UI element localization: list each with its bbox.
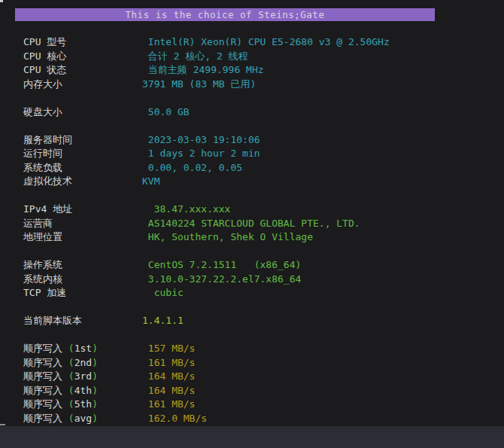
banner: This is the choice of Steins;Gate	[15, 8, 435, 21]
paren-open: (	[68, 343, 74, 354]
info-row: 顺序写入 (1st) 157 MB/s	[18, 342, 504, 356]
row-label: 当前脚本版本	[18, 314, 142, 328]
row-label: CPU 核心	[18, 50, 142, 64]
info-row: 顺序写入 (3rd) 164 MB/s	[18, 370, 504, 384]
paren-close: )	[92, 343, 98, 354]
disk-pass-ordinal: 5th	[74, 398, 92, 410]
disk-pass-ordinal: 2nd	[74, 357, 92, 368]
info-row: CPU 状态 当前主频 2499.996 MHz	[18, 63, 504, 78]
info-row: 运行时间 1 days 2 hour 2 min	[18, 147, 504, 161]
info-row: 顺序写入 (2nd) 161 MB/s	[18, 356, 504, 370]
paren-close: )	[92, 413, 98, 424]
info-row: 系统内核 3.10.0-327.22.2.el7.x86_64	[18, 273, 504, 287]
blank-row	[18, 245, 504, 259]
row-value: 1.4.1.1	[142, 315, 184, 326]
row-label: 硬盘大小	[18, 105, 142, 120]
shell-prompt[interactable]: [root@cloud-rqvynm-7r3z ~]#	[0, 426, 504, 448]
blank-row	[18, 91, 504, 105]
row-value: 164 MB/s	[142, 370, 195, 382]
row-label: 操作系统	[18, 258, 142, 273]
row-label: 服务器时间	[18, 133, 142, 148]
paren-open: (	[68, 413, 74, 424]
info-row: 顺序写入 (5th) 161 MB/s	[18, 398, 504, 412]
disk-pass-ordinal: 1st	[74, 343, 92, 354]
blank-row	[18, 328, 504, 343]
row-value: 1 days 2 hour 2 min	[142, 148, 260, 159]
blank-row	[18, 300, 504, 315]
row-label: CPU 状态	[18, 63, 142, 78]
info-row: 运营商 AS140224 STARCLOUD GLOBAL PTE., LTD.	[18, 217, 504, 231]
row-value: 161 MB/s	[142, 357, 195, 368]
info-row: 虚拟化技术KVM	[18, 175, 504, 189]
paren-open: (	[68, 398, 74, 410]
row-value: 2023-03-03 19:10:06	[142, 134, 260, 145]
row-value: 162.0 MB/s	[142, 413, 207, 424]
info-row: 顺序写入 (avg) 162.0 MB/s	[18, 412, 504, 426]
row-label: IPv4 地址	[18, 203, 142, 217]
row-label: 地理位置	[18, 230, 142, 245]
info-row: CPU 核心 合计 2 核心, 2 线程	[18, 50, 504, 64]
banner-title: This is the choice of Steins;Gate	[126, 9, 325, 20]
paren-open: (	[68, 370, 74, 382]
disk-pass-ordinal: avg	[74, 413, 92, 424]
info-row: IPv4 地址 38.47.xxx.xxx	[18, 203, 504, 217]
row-label: 系统负载	[18, 161, 142, 175]
info-row: 操作系统 CentOS 7.2.1511 (x86_64)	[18, 258, 504, 273]
system-info-output: CPU 型号 Intel(R) Xeon(R) CPU E5-2680 v3 @…	[18, 35, 504, 425]
paren-close: )	[92, 357, 98, 368]
row-value: 38.47.xxx.xxx	[142, 203, 230, 215]
info-row: 系统负载 0.00, 0.02, 0.05	[18, 161, 504, 175]
row-value: 合计 2 核心, 2 线程	[142, 50, 248, 62]
row-value: 当前主频 2499.996 MHz	[142, 64, 264, 75]
row-label: 顺序写入 (5th)	[18, 398, 142, 412]
blank-row	[18, 119, 504, 133]
row-value: Intel(R) Xeon(R) CPU E5-2680 v3 @ 2.50GH…	[142, 36, 390, 47]
row-label: 内存大小	[18, 78, 142, 92]
row-value: 164 MB/s	[142, 385, 195, 396]
disk-pass-ordinal: 3rd	[74, 370, 92, 382]
row-value: KVM	[142, 175, 159, 187]
info-row: TCP 加速 cubic	[18, 286, 504, 300]
row-value: 0.00, 0.02, 0.05	[142, 162, 242, 173]
row-value: 157 MB/s	[142, 343, 195, 354]
row-value: 161 MB/s	[142, 398, 195, 410]
row-label: 系统内核	[18, 273, 142, 287]
info-row: 服务器时间 2023-03-03 19:10:06	[18, 133, 504, 148]
info-row: 地理位置 HK, Southern, Shek O Village	[18, 230, 504, 245]
row-value: 3791 MB (83 MB 已用)	[142, 78, 256, 90]
row-label: TCP 加速	[18, 286, 142, 300]
row-label: 顺序写入 (3rd)	[18, 370, 142, 384]
disk-pass-ordinal: 4th	[74, 385, 92, 396]
blank-row	[18, 189, 504, 203]
row-value: AS140224 STARCLOUD GLOBAL PTE., LTD.	[142, 218, 360, 229]
info-row: CPU 型号 Intel(R) Xeon(R) CPU E5-2680 v3 @…	[18, 35, 504, 50]
info-row: 当前脚本版本1.4.1.1	[18, 314, 504, 328]
row-value: cubic	[142, 287, 184, 298]
info-row: 内存大小3791 MB (83 MB 已用)	[18, 78, 504, 92]
terminal-window: This is the choice of Steins;Gate CPU 型号…	[0, 0, 504, 448]
info-row: 顺序写入 (4th) 164 MB/s	[18, 384, 504, 398]
paren-open: (	[68, 357, 74, 368]
row-label: 运营商	[18, 217, 142, 231]
row-value: HK, Southern, Shek O Village	[142, 231, 313, 242]
scroll-edge-mark	[0, 424, 5, 425]
paren-open: (	[68, 385, 74, 396]
row-label: 运行时间	[18, 147, 142, 161]
row-label: 顺序写入 (avg)	[18, 412, 142, 426]
row-label: 顺序写入 (4th)	[18, 384, 142, 398]
window-corner-artifact	[0, 0, 3, 2]
row-value: CentOS 7.2.1511 (x86_64)	[142, 259, 301, 270]
row-value: 50.0 GB	[142, 106, 190, 117]
paren-close: )	[92, 398, 98, 410]
row-label: 顺序写入 (1st)	[18, 342, 142, 356]
paren-close: )	[92, 385, 98, 396]
paren-close: )	[92, 370, 98, 382]
row-label: 顺序写入 (2nd)	[18, 356, 142, 370]
row-label: 虚拟化技术	[18, 175, 142, 189]
row-label: CPU 型号	[18, 35, 142, 50]
info-row: 硬盘大小 50.0 GB	[18, 105, 504, 120]
row-value: 3.10.0-327.22.2.el7.x86_64	[142, 273, 301, 285]
